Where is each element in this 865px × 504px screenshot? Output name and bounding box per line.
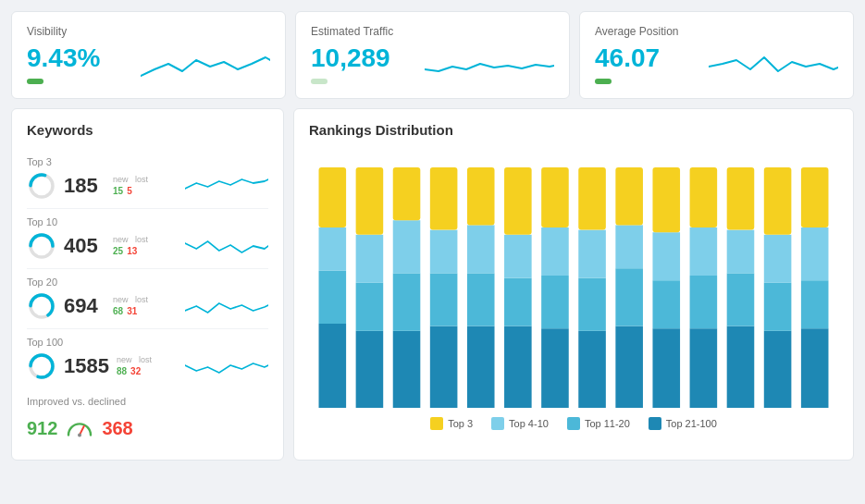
bar-segment-top3 [356,167,384,235]
legend-label: Top 3 [448,418,473,429]
legend-item-top-11-20: Top 11-20 [567,417,630,430]
metric-value: 10,289 [311,45,390,71]
bar-segment-top3 [615,167,643,225]
bar-segment-top3 [801,167,829,227]
kw-group-top-100: Top 100 1585 new lost 8832 [27,329,268,388]
metric-value: 46.07 [595,45,660,71]
gauge-icon [65,421,94,437]
metric-sparkline [709,43,838,85]
bar-segment-top1120 [541,276,569,328]
bar-segment-top21100 [652,328,680,408]
kw-sparkline [185,352,268,380]
legend-item-top-4-10: Top 4-10 [491,417,549,430]
improved-label: Improved vs. declined [27,396,268,407]
bar-segment-top410 [504,235,532,278]
bar-segment-top21100 [467,326,495,408]
bar-segment-top1120 [801,280,829,328]
svg-point-8 [78,433,81,436]
kw-label: Top 20 [27,277,268,288]
kw-donut [27,351,56,381]
legend-item-top-21-100: Top 21-100 [649,417,717,430]
metric-indicator [311,79,327,84]
bar-chart [309,149,838,408]
legend-dot [430,417,443,430]
improved-value: 912 [27,418,57,439]
bar-segment-top410 [578,230,606,278]
legend-dot [491,417,504,430]
metric-title: Average Position [595,25,838,38]
metric-indicator [595,79,612,84]
bar-segment-top21100 [690,328,718,408]
bar-segment-top410 [652,232,680,280]
metric-card-average-position: Average Position 46.07 [579,11,854,99]
kw-new-lost: new lost 8832 [117,354,152,379]
bar-segment-top1120 [393,273,421,330]
bar-segment-top1120 [356,283,384,331]
bar-segment-top3 [690,167,718,227]
bar-segment-top410 [319,227,347,271]
legend-label: Top 11-20 [585,418,630,429]
kw-number: 694 [64,294,105,318]
rankings-title: Rankings Distribution [309,122,838,138]
bar-segment-top1120 [615,268,643,326]
kw-number: 185 [64,174,105,198]
metric-indicator [27,79,43,84]
bar-segment-top410 [356,235,384,283]
kw-new-lost: new lost 6831 [113,294,148,319]
kw-donut [27,291,56,321]
rankings-card: Rankings Distribution Top 3 Top 4-10 Top… [293,108,854,461]
bar-segment-top3 [319,167,347,227]
kw-donut [27,231,56,261]
bottom-row: Keywords Top 3 185 new lost 155 Top 10 4… [11,108,854,461]
keywords-title: Keywords [27,122,268,138]
bar-segment-top1120 [430,273,458,326]
bar-segment-top1120 [578,278,606,331]
bar-segment-top3 [652,167,680,232]
legend-label: Top 21-100 [666,418,717,429]
kw-new-lost: new lost 155 [113,174,148,199]
bar-segment-top1120 [764,283,792,331]
bar-segment-top410 [690,227,718,276]
kw-sparkline [185,232,268,260]
bar-segment-top1120 [467,273,495,326]
kw-group-top-3: Top 3 185 new lost 155 [27,149,268,209]
metrics-row: Visibility 9.43% Estimated Traffic 10,28… [11,11,854,99]
bar-segment-top21100 [541,328,569,408]
legend-label: Top 4-10 [509,418,549,429]
bar-segment-top3 [504,167,532,235]
kw-number: 1585 [64,354,109,378]
bar-segment-top21100 [319,324,347,408]
bar-segment-top410 [541,227,569,276]
kw-label: Top 10 [27,216,268,227]
bar-segment-top21100 [430,326,458,408]
improved-declined-section: Improved vs. declined 912 368 [27,388,268,447]
metric-sparkline [141,43,270,85]
bar-segment-top21100 [764,331,792,408]
kw-label: Top 100 [27,337,268,348]
chart-legend: Top 3 Top 4-10 Top 11-20 Top 21-100 [309,417,838,430]
bar-segment-top410 [393,220,421,273]
bar-segment-top21100 [356,331,384,408]
kw-new-lost: new lost 2513 [113,234,148,259]
metric-title: Visibility [27,25,270,38]
metric-sparkline [425,43,554,85]
metric-value: 9.43% [27,45,100,71]
metric-card-visibility: Visibility 9.43% [11,11,286,99]
bar-segment-top3 [764,167,792,235]
bar-segment-top3 [578,167,606,230]
legend-dot [567,417,580,430]
kw-number: 405 [64,234,105,258]
bar-segment-top410 [615,225,643,268]
bar-segment-top3 [467,167,495,225]
bar-segment-top410 [764,235,792,283]
bar-segment-top21100 [615,326,643,408]
kw-sparkline [185,292,268,320]
declined-value: 368 [102,418,132,439]
bar-segment-top1120 [504,278,532,326]
metric-title: Estimated Traffic [311,25,554,38]
bar-segment-top3 [393,167,421,220]
bar-segment-top410 [467,225,495,273]
keywords-card: Keywords Top 3 185 new lost 155 Top 10 4… [11,108,284,461]
bar-segment-top21100 [393,331,421,408]
bar-segment-top1120 [652,280,680,328]
